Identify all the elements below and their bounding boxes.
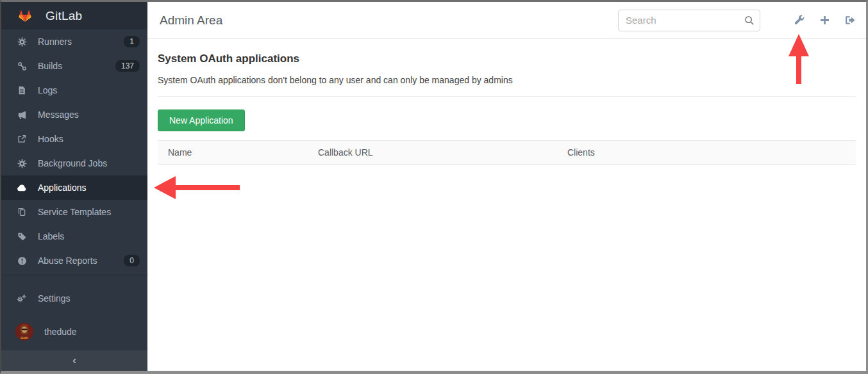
new-application-button[interactable]: New Application <box>158 110 245 131</box>
topbar-actions <box>780 15 856 26</box>
sidebar-item-abuse-reports[interactable]: Abuse Reports 0 <box>1 248 147 273</box>
sidebar-item-label: Runners <box>38 37 72 47</box>
applications-table-header: Name Callback URL Clients <box>158 140 856 165</box>
sidebar-item-settings[interactable]: Settings <box>1 286 147 311</box>
gear-icon <box>17 37 27 47</box>
gitlab-brand-link[interactable]: GitLab <box>1 2 147 29</box>
search-input[interactable] <box>618 10 760 31</box>
chain-icon <box>17 61 27 71</box>
admin-nav: Runners 1 Builds 137 Logs <box>1 29 147 273</box>
copy-icon <box>17 207 27 217</box>
sidebar-item-hooks[interactable]: Hooks <box>1 127 147 151</box>
sidebar-item-background-jobs[interactable]: Background Jobs <box>1 151 147 175</box>
tags-icon <box>17 231 27 241</box>
sidebar-item-profile[interactable]: dude thedude <box>1 318 147 346</box>
user-avatar: dude <box>15 323 33 341</box>
sidebar-item-labels[interactable]: Labels <box>1 224 147 248</box>
sidebar-item-label: Labels <box>38 231 64 241</box>
cloud-icon <box>17 183 27 193</box>
section-description: System OAuth applications don't belong t… <box>158 75 856 85</box>
sidebar-item-label: Background Jobs <box>38 158 107 168</box>
sidebar-item-label: Settings <box>38 293 71 304</box>
svg-text:dude: dude <box>21 336 28 339</box>
admin-wrench-icon[interactable] <box>793 15 805 26</box>
sidebar-item-applications[interactable]: Applications <box>1 175 147 200</box>
search-box <box>618 10 760 31</box>
sidebar-item-builds[interactable]: Builds 137 <box>1 54 147 78</box>
sidebar-divider <box>1 275 147 275</box>
column-header-name: Name <box>158 147 318 158</box>
user-name: thedude <box>44 327 77 337</box>
external-link-icon <box>17 134 27 144</box>
sidebar-item-label: Applications <box>38 183 87 193</box>
sign-out-icon[interactable] <box>844 15 856 26</box>
sidebar-item-runners[interactable]: Runners 1 <box>1 29 147 54</box>
column-header-clients: Clients <box>567 147 856 158</box>
sidebar-collapse-toggle[interactable]: ‹ <box>1 350 147 371</box>
brand-name: GitLab <box>46 9 82 23</box>
sidebar-item-label: Service Templates <box>38 207 111 217</box>
main-content: Admin Area <box>147 2 866 371</box>
runners-count-badge: 1 <box>124 36 140 47</box>
sidebar-item-label: Logs <box>38 85 57 95</box>
search-icon <box>744 15 755 26</box>
sidebar-item-service-templates[interactable]: Service Templates <box>1 200 147 224</box>
section-heading: System OAuth applications <box>158 53 856 65</box>
sidebar-item-label: Hooks <box>38 134 63 144</box>
gear-icon <box>17 158 27 168</box>
sidebar-item-label: Abuse Reports <box>38 256 97 266</box>
admin-sidebar: GitLab Runners 1 Builds 137 <box>1 2 147 371</box>
new-plus-icon[interactable] <box>819 15 831 26</box>
sidebar-item-logs[interactable]: Logs <box>1 78 147 102</box>
exclamation-circle-icon <box>17 256 27 266</box>
cogs-icon <box>17 293 27 304</box>
column-header-callback-url: Callback URL <box>318 147 567 158</box>
window-frame: GitLab Runners 1 Builds 137 <box>0 0 868 374</box>
topbar: Admin Area <box>147 2 866 39</box>
sidebar-item-messages[interactable]: Messages <box>1 102 147 127</box>
gitlab-tanuki-logo-icon <box>14 6 36 26</box>
bullhorn-icon <box>17 110 27 120</box>
abuse-reports-count-badge: 0 <box>124 255 140 266</box>
file-text-icon <box>17 85 27 95</box>
chevron-left-icon: ‹ <box>72 354 76 367</box>
sidebar-item-label: Messages <box>38 110 79 120</box>
page-title: Admin Area <box>160 13 222 28</box>
builds-count-badge: 137 <box>115 60 140 72</box>
section-divider <box>158 96 856 97</box>
oauth-applications-section: System OAuth applications System OAuth a… <box>147 39 866 165</box>
sidebar-item-label: Builds <box>38 61 62 71</box>
